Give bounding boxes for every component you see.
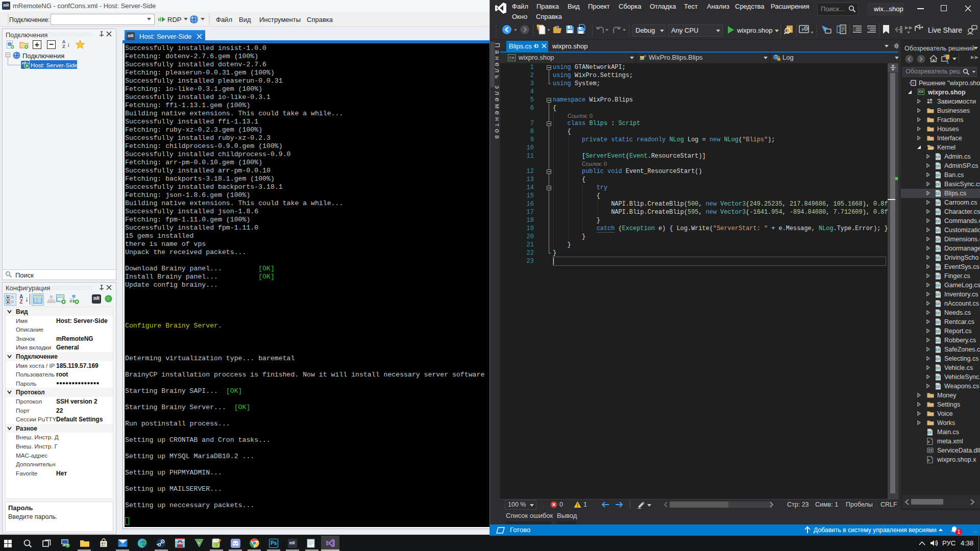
svg-text:V: V: [198, 540, 201, 545]
